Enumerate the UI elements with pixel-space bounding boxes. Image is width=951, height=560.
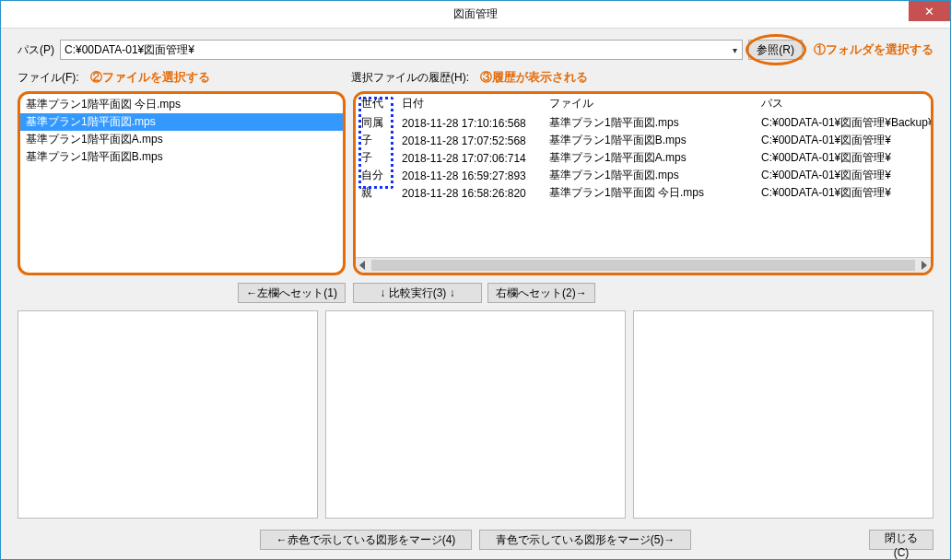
scrollbar-thumb[interactable] bbox=[371, 260, 915, 271]
close-icon: ✕ bbox=[924, 5, 934, 18]
history-panel: 世代 日付 ファイル パス 同属2018-11-28 17:10:16:568基… bbox=[353, 91, 933, 275]
preview-row bbox=[18, 310, 933, 519]
history-cell-gen: 親 bbox=[356, 184, 396, 202]
lists-row: 基準プラン1階平面図 今日.mps基準プラン1階平面図.mps基準プラン1階平面… bbox=[18, 91, 933, 275]
history-cell-file: 基準プラン1階平面図A.mps bbox=[544, 149, 756, 167]
set-left-button[interactable]: ←左欄へセット(1) bbox=[238, 283, 346, 303]
history-row[interactable]: 同属2018-11-28 17:10:16:568基準プラン1階平面図.mpsC… bbox=[356, 114, 931, 133]
col-generation[interactable]: 世代 bbox=[356, 94, 396, 114]
bottom-button-row: ←赤色で示している図形をマージ(4) 青色で示している図形をマージ(5)→ 閉じ… bbox=[18, 524, 933, 550]
close-button[interactable]: 閉じる(C) bbox=[869, 530, 933, 550]
history-table-wrap[interactable]: 世代 日付 ファイル パス 同属2018-11-28 17:10:16:568基… bbox=[356, 94, 931, 257]
window-title: 図面管理 bbox=[453, 6, 498, 22]
history-header-row: 世代 日付 ファイル パス bbox=[356, 94, 931, 114]
history-cell-path: C:¥00DATA-01¥図面管理¥ bbox=[756, 167, 931, 184]
file-list-item[interactable]: 基準プラン1階平面図B.mps bbox=[20, 148, 343, 166]
drawing-management-window: 図面管理 ✕ パス(P) ▾ 参照(R) ①フォルダを選択する ファイル(F):… bbox=[0, 0, 951, 560]
set-right-button[interactable]: 右欄へセット(2)→ bbox=[487, 283, 595, 303]
merge-blue-button[interactable]: 青色で示している図形をマージ(5)→ bbox=[479, 530, 691, 550]
files-label: ファイル(F): bbox=[18, 70, 79, 86]
history-row[interactable]: 子2018-11-28 17:07:52:568基準プラン1階平面図B.mpsC… bbox=[356, 132, 931, 149]
history-cell-file: 基準プラン1階平面図B.mps bbox=[544, 132, 756, 149]
history-cell-gen: 自分 bbox=[356, 167, 396, 184]
col-path[interactable]: パス bbox=[756, 94, 931, 114]
titlebar: 図面管理 ✕ bbox=[1, 1, 950, 29]
history-cell-date: 2018-11-28 16:59:27:893 bbox=[396, 167, 544, 184]
file-list-item[interactable]: 基準プラン1階平面図 今日.mps bbox=[20, 96, 343, 113]
middle-button-row: ←左欄へセット(1) ↓ 比較実行(3) ↓ 右欄へセット(2)→ bbox=[18, 283, 933, 303]
history-table: 世代 日付 ファイル パス 同属2018-11-28 17:10:16:568基… bbox=[356, 94, 931, 202]
window-close-button[interactable]: ✕ bbox=[909, 1, 950, 21]
history-cell-file: 基準プラン1階平面図 今日.mps bbox=[544, 184, 756, 202]
history-cell-date: 2018-11-28 17:10:16:568 bbox=[396, 114, 544, 133]
history-cell-gen: 同属 bbox=[356, 114, 396, 133]
file-list[interactable]: 基準プラン1階平面図 今日.mps基準プラン1階平面図.mps基準プラン1階平面… bbox=[18, 91, 346, 275]
content-area: パス(P) ▾ 参照(R) ①フォルダを選択する ファイル(F): ②ファイルを… bbox=[1, 29, 950, 559]
history-cell-path: C:¥00DATA-01¥図面管理¥ bbox=[756, 132, 931, 149]
history-label: 選択ファイルの履歴(H): bbox=[351, 70, 469, 86]
history-cell-path: C:¥00DATA-01¥図面管理¥Backup¥ bbox=[756, 114, 931, 133]
path-combo[interactable]: ▾ bbox=[60, 40, 743, 60]
history-row[interactable]: 自分2018-11-28 16:59:27:893基準プラン1階平面図.mpsC… bbox=[356, 167, 931, 184]
path-input[interactable] bbox=[60, 40, 743, 60]
horizontal-scrollbar[interactable] bbox=[356, 257, 931, 273]
preview-right bbox=[633, 310, 933, 519]
history-cell-gen: 子 bbox=[356, 132, 396, 149]
col-file[interactable]: ファイル bbox=[544, 94, 756, 114]
history-cell-date: 2018-11-28 17:07:52:568 bbox=[396, 132, 544, 149]
compare-button[interactable]: ↓ 比較実行(3) ↓ bbox=[353, 283, 482, 303]
annotation-3: ③履歴が表示される bbox=[480, 69, 588, 86]
history-cell-path: C:¥00DATA-01¥図面管理¥ bbox=[756, 149, 931, 167]
list-labels-row: ファイル(F): ②ファイルを選択する 選択ファイルの履歴(H): ③履歴が表示… bbox=[18, 69, 933, 86]
annotation-2: ②ファイルを選択する bbox=[90, 69, 210, 86]
history-cell-date: 2018-11-28 16:58:26:820 bbox=[396, 184, 544, 202]
preview-left bbox=[18, 310, 318, 519]
history-row[interactable]: 子2018-11-28 17:07:06:714基準プラン1階平面図A.mpsC… bbox=[356, 149, 931, 167]
file-list-item[interactable]: 基準プラン1階平面図.mps bbox=[20, 113, 343, 131]
history-cell-file: 基準プラン1階平面図.mps bbox=[544, 167, 756, 184]
history-cell-path: C:¥00DATA-01¥図面管理¥ bbox=[756, 184, 931, 202]
path-label: パス(P) bbox=[18, 42, 54, 58]
path-row: パス(P) ▾ 参照(R) ①フォルダを選択する bbox=[18, 40, 933, 60]
history-cell-date: 2018-11-28 17:07:06:714 bbox=[396, 149, 544, 167]
history-cell-file: 基準プラン1階平面図.mps bbox=[544, 114, 756, 133]
history-cell-gen: 子 bbox=[356, 149, 396, 167]
preview-center bbox=[325, 310, 626, 519]
history-row[interactable]: 親2018-11-28 16:58:26:820基準プラン1階平面図 今日.mp… bbox=[356, 184, 931, 202]
browse-button[interactable]: 参照(R) bbox=[748, 40, 803, 60]
merge-red-button[interactable]: ←赤色で示している図形をマージ(4) bbox=[260, 530, 472, 550]
file-list-item[interactable]: 基準プラン1階平面図A.mps bbox=[20, 131, 343, 148]
annotation-1: ①フォルダを選択する bbox=[814, 41, 933, 58]
col-date[interactable]: 日付 bbox=[396, 94, 544, 114]
